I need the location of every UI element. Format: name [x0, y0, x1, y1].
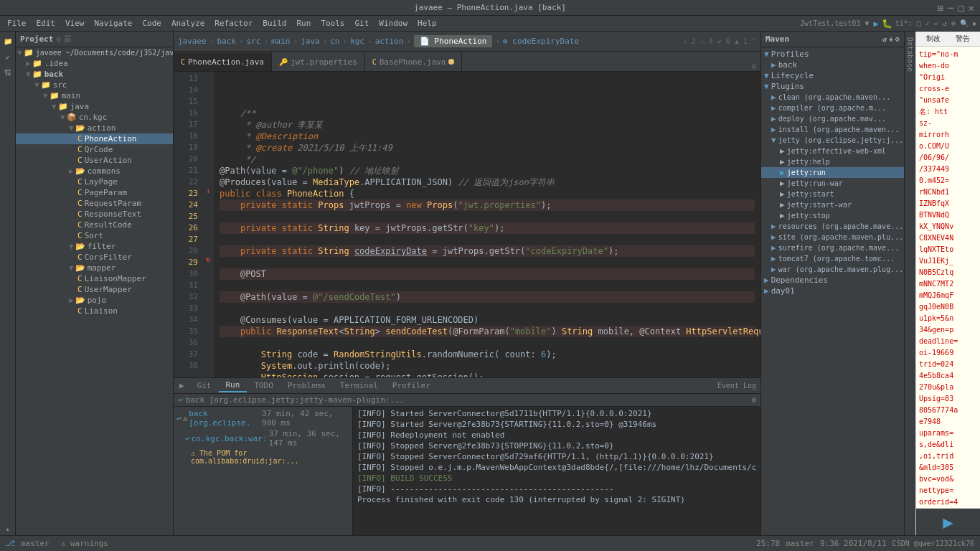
tree-item-useraction[interactable]: C UserAction [16, 155, 173, 166]
tree-item-liaison[interactable]: C Liaison [16, 306, 173, 316]
maven-profiles[interactable]: ▼ Profiles [761, 49, 904, 60]
maven-jetty-run[interactable]: ▶ jetty:run [761, 167, 904, 178]
tree-item-back[interactable]: ▼ 📁 back [16, 69, 173, 80]
maven-dependencies[interactable]: ▶ Dependencies [761, 275, 904, 286]
tab-profiler[interactable]: Profiler [385, 380, 438, 392]
debug-button[interactable]: 🐛 [882, 19, 892, 29]
tree-item-filter[interactable]: ▼ 📂 filter [16, 241, 173, 252]
tree-item-phoneaction[interactable]: C PhoneAction [16, 133, 173, 144]
tree-item-usermapper[interactable]: C UserMapper [16, 284, 173, 295]
window-expand-icon[interactable]: ⊞ [937, 2, 943, 14]
run-restart-icon[interactable]: ↩ [178, 395, 183, 405]
tree-item-responsetext[interactable]: C ResponseText [16, 209, 173, 220]
maven-site[interactable]: ▶ site (org.apache.maven.plu... [761, 232, 904, 242]
breadcrumb-src[interactable]: src [247, 37, 261, 46]
sidebar-favorites-icon[interactable]: ★ [1, 522, 14, 535]
tree-item-action[interactable]: ▼ 📂 action [16, 123, 173, 133]
sidebar-structure-icon[interactable]: 🏗 [1, 66, 14, 79]
run-panel-settings-icon[interactable]: ⚙ [752, 396, 756, 404]
breadcrumb-kgc[interactable]: kgc [350, 37, 364, 46]
sidebar-commit-icon[interactable]: ✔ [1, 50, 14, 63]
maven-settings-icon[interactable]: ⚙ [895, 35, 900, 43]
maven-refresh-icon[interactable]: ↺ [882, 35, 887, 43]
tree-item-corsfilter[interactable]: C CorsFilter [16, 252, 173, 263]
menu-git[interactable]: Git [350, 17, 373, 29]
editor-settings-icon[interactable]: ⚙ [747, 62, 760, 71]
maven-install[interactable]: ▶ install (org.apache.maven... [761, 124, 904, 135]
menu-file[interactable]: File [3, 17, 31, 29]
menu-help[interactable]: Help [413, 17, 441, 29]
maven-jetty-help[interactable]: ▶ jetty:help [761, 156, 904, 167]
tab-run[interactable]: Run [219, 379, 248, 392]
tree-item-cnkgc[interactable]: ▼ 📦 cn.kgc [16, 112, 173, 123]
menu-edit[interactable]: Edit [32, 17, 60, 29]
maven-deploy[interactable]: ▶ deploy (org.apache.mav... [761, 113, 904, 124]
database-panel-tab[interactable]: Database [904, 32, 915, 535]
breadcrumb-codeexpirydate[interactable]: ⊕ codeExpiryDate [503, 37, 579, 46]
maven-lifecycle[interactable]: ▼ Lifecycle [761, 70, 904, 81]
maven-jetty[interactable]: ▼ jetty (org.eclipse.jetty:j... [761, 135, 904, 146]
breadcrumb-java[interactable]: java [301, 37, 320, 46]
maven-back[interactable]: ▶ back [761, 60, 904, 70]
tree-item-laypage[interactable]: C LayPage [16, 176, 173, 187]
menu-code[interactable]: Code [138, 17, 166, 29]
maven-resources[interactable]: ▶ resources (org.apache.mave... [761, 221, 904, 232]
menu-window[interactable]: Window [374, 17, 412, 29]
sidebar-project-icon[interactable]: 📁 [1, 34, 14, 47]
maven-war[interactable]: ▶ war (org.apache.maven.plug... [761, 264, 904, 275]
tree-item-idea[interactable]: ▶ 📁 .idea [16, 58, 173, 69]
tab-todo[interactable]: TODO [247, 380, 281, 392]
tab-terminal[interactable]: Terminal [333, 380, 385, 392]
breadcrumb-main[interactable]: main [271, 37, 291, 46]
maven-jetty-effective[interactable]: ▶ jetty:effective-web-xml [761, 146, 904, 156]
run-button[interactable]: ▶ [873, 19, 878, 29]
breadcrumb-cn[interactable]: cn [330, 37, 339, 46]
breadcrumb-javaee[interactable]: javaee [178, 37, 207, 46]
tab-git[interactable]: Git [190, 380, 219, 392]
maven-plugins[interactable]: ▼ Plugins [761, 81, 904, 92]
hints-play-button[interactable]: ▶ [943, 512, 953, 532]
tree-item-sort[interactable]: C Sort [16, 230, 173, 241]
hints-tab-warning[interactable]: 警告 [956, 34, 970, 44]
tab-phoneaction[interactable]: C PhoneAction.java [174, 52, 272, 71]
file-tree-list-icon[interactable]: ☰ [64, 34, 71, 44]
tree-item-liaisonmapper[interactable]: C LiaisonMapper [16, 273, 173, 284]
tree-item-src[interactable]: ▼ 📁 src [16, 80, 173, 90]
breadcrumb-action[interactable]: action [375, 37, 404, 46]
menu-navigate[interactable]: Navigate [90, 17, 137, 29]
maven-jetty-run-war[interactable]: ▶ jetty:run-war [761, 178, 904, 189]
maven-day01[interactable]: ▶ day01 [761, 286, 904, 296]
event-log[interactable]: Event Log [713, 382, 760, 390]
tree-item-javaee[interactable]: ▼ 📁 javaee ~/Documents/code/j352/java... [16, 47, 173, 58]
window-close-icon[interactable]: ✕ [969, 2, 974, 14]
maven-clean[interactable]: ▶ clean (org.apache.maven... [761, 92, 904, 103]
menu-tools[interactable]: Tools [316, 17, 349, 29]
hints-tab-edit[interactable]: 制改 [926, 34, 941, 44]
maven-jetty-stop[interactable]: ▶ jetty:stop [761, 210, 904, 221]
tree-item-java[interactable]: ▼ 📁 java [16, 101, 173, 112]
tree-item-requestparam[interactable]: C RequestParam [16, 198, 173, 209]
tree-item-resultcode[interactable]: C ResultCode [16, 220, 173, 230]
maven-surefire[interactable]: ▶ surefire (org.apache.mave... [761, 242, 904, 253]
maven-compiler[interactable]: ▶ compiler (org.apache.m... [761, 103, 904, 113]
breadcrumb-phoneaction[interactable]: 📄 PhoneAction [414, 35, 492, 47]
maven-add-icon[interactable]: + [889, 35, 893, 43]
code-editor[interactable]: /** * @author 李某某 * @Description * @crea… [214, 72, 760, 377]
tree-item-commons[interactable]: ▶ 📂 commons [16, 166, 173, 176]
menu-run[interactable]: Run [292, 17, 315, 29]
breadcrumb-back[interactable]: back [217, 37, 236, 46]
run-tree-item-war[interactable]: ↩ cn.kgc.back:war:37 min, 36 sec, 147 ms [174, 428, 352, 448]
tree-item-mapper[interactable]: ▼ 📂 mapper [16, 263, 173, 273]
menu-view[interactable]: View [61, 17, 89, 29]
tree-item-qrcode[interactable]: C QrCode [16, 144, 173, 155]
tree-item-pageparam[interactable]: C PageParam [16, 187, 173, 198]
tree-item-main[interactable]: ▼ 📁 main [16, 90, 173, 101]
run-tree-item-back[interactable]: ↩ ⚠ back [org.eclipse.37 min, 42 sec, 90… [174, 408, 352, 428]
tab-basephone[interactable]: C BasePhone.java [365, 52, 463, 71]
tab-problems[interactable]: Problems [281, 380, 333, 392]
maven-jetty-start-war[interactable]: ▶ jetty:start-war [761, 199, 904, 210]
tab-jwtproperties[interactable]: 🔑 jwt.properties [272, 52, 365, 71]
menu-refactor[interactable]: Refactor [210, 17, 257, 29]
git-branch-icon[interactable]: ⎇ [6, 539, 15, 548]
maven-tomcat7[interactable]: ▶ tomcat7 (org.apache.tomc... [761, 253, 904, 264]
